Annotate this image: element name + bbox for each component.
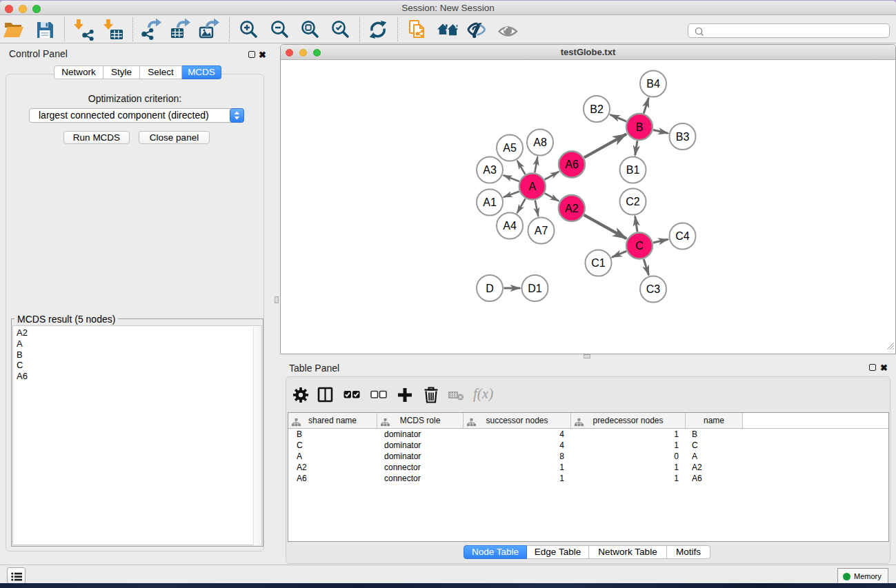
svg-text:A5: A5 [503, 142, 517, 154]
svg-text:C: C [635, 240, 644, 252]
svg-text:B2: B2 [590, 103, 604, 115]
svg-text:A2: A2 [565, 203, 579, 214]
svg-text:B3: B3 [676, 131, 690, 143]
svg-text:C4: C4 [675, 230, 690, 242]
svg-text:A: A [528, 181, 536, 192]
svg-text:A7: A7 [535, 225, 548, 236]
svg-text:B1: B1 [626, 164, 640, 176]
svg-text:A6: A6 [565, 159, 579, 170]
svg-text:A3: A3 [483, 164, 497, 176]
svg-text:D1: D1 [528, 283, 542, 294]
svg-text:B4: B4 [646, 78, 660, 90]
svg-text:B: B [636, 121, 644, 133]
svg-text:C3: C3 [646, 283, 661, 295]
svg-text:A4: A4 [503, 220, 517, 232]
svg-text:A8: A8 [533, 136, 547, 148]
svg-text:D: D [486, 283, 494, 294]
svg-text:C2: C2 [626, 196, 640, 207]
svg-text:A1: A1 [483, 196, 497, 208]
svg-text:C1: C1 [591, 257, 606, 269]
